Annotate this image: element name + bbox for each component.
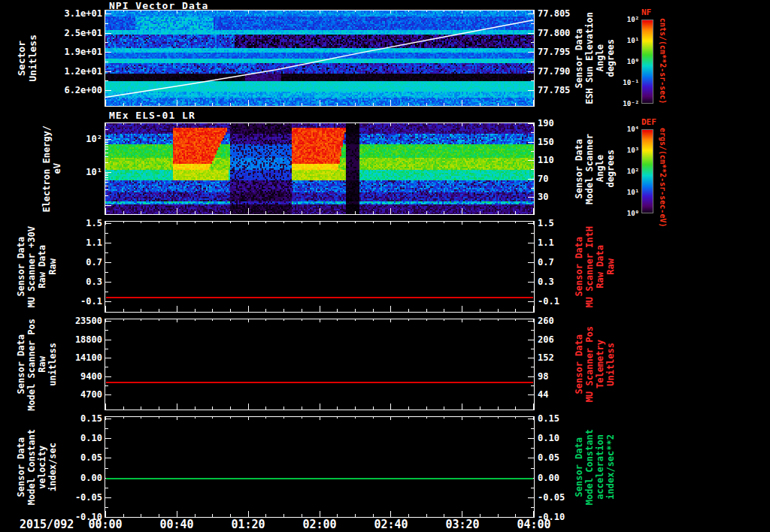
axis-label-line: Model Scanner Pos <box>27 319 37 411</box>
axis-label-line: Sensor Data <box>17 237 26 296</box>
axis-label-line: Sector <box>17 41 27 76</box>
axis-label-line: Raw <box>606 258 616 275</box>
mu-scanner-raw-canvas <box>105 222 534 312</box>
axis-label-line: Sensor Data <box>574 139 584 198</box>
npi-y-axis-label: SectorUnitless <box>17 11 38 106</box>
y-right-tick-label: 110 <box>538 155 583 165</box>
y-tick-label: 3.1e+01 <box>44 8 102 19</box>
y-right-tick-label: 44 <box>538 389 583 400</box>
y-right-tick-label: 77.785 <box>538 85 583 95</box>
y-tick-label: 1.5 <box>44 218 102 228</box>
y-right-tick-label: 1.5 <box>538 218 583 228</box>
colorbar-tick-label: 10³ <box>608 147 639 154</box>
y-tick-label: 10² <box>44 134 102 144</box>
y-right-tick-label: 1.1 <box>538 237 583 248</box>
x-tick-label: 00:00 <box>79 518 132 531</box>
y-tick-label: 6.2e+00 <box>44 85 102 95</box>
y-right-tick-label: 190 <box>538 118 583 128</box>
axis-label-line: index/sec**2 <box>606 434 616 500</box>
colorbar-def-label: DEF <box>641 117 656 127</box>
y-tick-label: -0.05 <box>44 492 102 503</box>
axis-label-line: MU Scanner IntH <box>585 226 595 307</box>
panel-els-spectrogram <box>105 122 535 215</box>
y-right-tick-label: -0.05 <box>538 492 583 503</box>
y-right-tick-label: 0.3 <box>538 277 583 287</box>
y-tick-label: -0.1 <box>44 296 102 307</box>
axis-label-line: acceleration <box>596 434 605 500</box>
model-constant-canvas <box>105 417 534 517</box>
axis-label-line: Telemetry <box>596 340 605 388</box>
y-right-tick-label: 206 <box>538 334 583 345</box>
axis-label-line: Raw Data <box>596 245 605 289</box>
panel-model-constant <box>105 416 535 518</box>
y-tick-label: 0.00 <box>44 473 102 483</box>
y-right-tick-label: 98 <box>538 371 583 382</box>
x-tick-label: 00:40 <box>150 518 203 531</box>
colorbar-tick-label: 10¹ <box>608 189 639 196</box>
axis-label-line: ESH Sun Elevation <box>585 12 595 104</box>
x-tick-label: 03:20 <box>436 518 489 531</box>
x-tick-label: 04:00 <box>508 518 560 531</box>
axis-label-line: Model Constant <box>585 429 595 505</box>
y-right-tick-label: 0.05 <box>538 452 583 463</box>
y-right-tick-label: 152 <box>538 352 583 363</box>
colorbar-tick-label: 10⁰ <box>608 210 639 217</box>
colorbar-tick-label: 10⁻² <box>608 101 639 107</box>
y-tick-label: 1.9e+01 <box>44 47 102 57</box>
axis-label-line: Angle <box>596 155 605 182</box>
colorbar-nf-units: cnts/(cm**2-sr-sec) <box>659 18 667 104</box>
colorbar-tick-label: 10⁴ <box>608 126 639 133</box>
els-spectrogram-canvas <box>105 123 534 214</box>
panel-npi-spectrogram <box>105 10 535 107</box>
colorbar-nf-label: NF <box>641 8 651 17</box>
axis-label-line: index/sec <box>48 443 58 491</box>
y-tick-label: 18800 <box>44 334 102 345</box>
axis-label-line: Angle <box>596 44 605 71</box>
y-right-tick-label: 0.10 <box>538 433 583 443</box>
y-tick-label: 0.7 <box>44 257 102 268</box>
colorbar-nf: NF cnts/(cm**2-sr-sec) 10²10¹10⁰10⁻¹10⁻² <box>608 8 690 120</box>
y-right-tick-label: 77.800 <box>538 28 583 38</box>
colorbar-tick-label: 10¹ <box>608 38 639 44</box>
y-tick-label: 9400 <box>44 371 102 382</box>
y-right-tick-label: 0.00 <box>538 473 583 483</box>
y-tick-label: 23500 <box>44 316 102 326</box>
y-right-tick-label: 260 <box>538 316 583 326</box>
colorbar-def-gradient <box>641 129 653 213</box>
axis-label-line: Sensor Data <box>574 437 584 497</box>
y-tick-label: 2.5e+01 <box>44 28 102 38</box>
axis-label-line: Unitless <box>606 343 616 386</box>
colorbar-tick-label: 10² <box>608 17 639 23</box>
panel-scanner-pos <box>105 319 535 410</box>
y-tick-label: 0.05 <box>44 452 102 463</box>
colorbar-tick-label: 10⁻¹ <box>608 80 639 86</box>
npi-spectrogram-canvas <box>105 11 534 106</box>
tplot-screen: NPI Vector Data MEx ELS-01 LR SectorUnit… <box>0 0 770 532</box>
axis-label-line: Sensor Data <box>17 437 26 497</box>
x-tick-label: 01:20 <box>222 518 274 531</box>
axis-label-line: Sensor Data <box>17 334 26 394</box>
y-tick-label: 0.15 <box>44 413 102 424</box>
y-right-tick-label: -0.1 <box>538 296 583 307</box>
y-tick-label: 10¹ <box>44 167 102 177</box>
y-right-tick-label: 77.795 <box>538 47 583 57</box>
panel-mu-scanner-raw <box>105 221 535 313</box>
y-right-tick-label: 150 <box>538 137 583 147</box>
y-tick-label: 1.1 <box>44 237 102 248</box>
scanner-pos-canvas <box>105 319 534 410</box>
x-tick-label: 02:40 <box>365 518 417 531</box>
colorbar-def-units: ergs/(cm**2-sr-sec-eV) <box>659 128 667 227</box>
colorbar-tick-label: 10² <box>608 168 639 175</box>
y-right-tick-label: 0.7 <box>538 257 583 268</box>
panel2-title: MEx ELS-01 LR <box>109 110 196 121</box>
y-tick-label: 0.10 <box>44 433 102 443</box>
colorbar-def: DEF ergs/(cm**2-sr-sec-eV) 10⁴10³10²10¹1… <box>608 117 690 230</box>
y-tick-label: 4700 <box>44 389 102 400</box>
y-tick-label: 1.2e+01 <box>44 66 102 77</box>
y-right-tick-label: 77.805 <box>538 8 583 19</box>
axis-label-line: Model Scanner <box>585 134 595 204</box>
y-tick-label: 14100 <box>44 352 102 363</box>
axis-label-line: MU Scanner Pos <box>585 326 595 402</box>
colorbar-nf-gradient <box>641 20 653 104</box>
y-right-tick-label: 77.790 <box>538 66 583 77</box>
